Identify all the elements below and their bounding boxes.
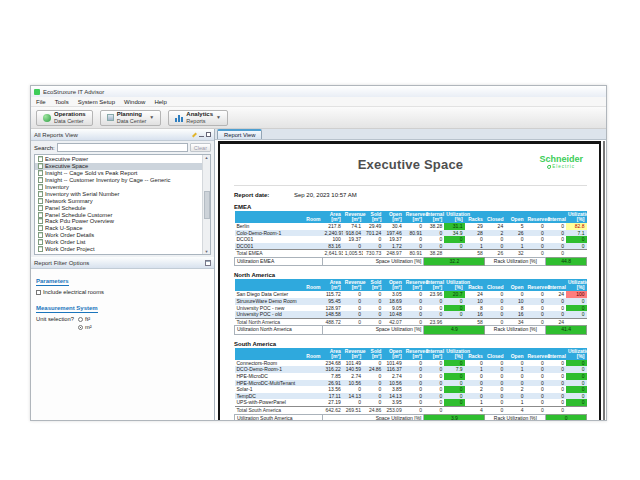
dropdown-caret-icon[interactable]: ▼ xyxy=(216,115,221,120)
menu-system-setup[interactable]: System Setup xyxy=(78,99,115,105)
search-label: Search: xyxy=(34,145,55,151)
menu-window[interactable]: Window xyxy=(124,99,145,105)
clear-button[interactable]: Clear xyxy=(190,143,211,152)
value-cell: 0 xyxy=(404,373,424,380)
dropdown-caret-icon[interactable]: ▼ xyxy=(149,115,154,120)
value-cell: 115.72 xyxy=(323,291,343,298)
value-cell: 0 xyxy=(525,366,545,373)
space-utilization-bar-label: Space Utilization [%] xyxy=(323,257,424,265)
include-electrical-rooms-label: Include electrical rooms xyxy=(43,289,104,295)
rack-utilization-cell: 0 xyxy=(566,298,586,305)
value-cell: 0 xyxy=(546,373,566,380)
value-cell: 0 xyxy=(343,305,363,312)
table-row: StruxureWare Demo Room95.450018.69000100… xyxy=(235,298,587,305)
tree-item-panel-schedule-customer[interactable]: Panel Schedule Customer xyxy=(35,211,202,218)
scroll-thumb[interactable] xyxy=(204,191,210,219)
value-cell: 0 xyxy=(424,399,444,406)
table-emea: RoomArea[m²]Revenue[m²]Sold[m²]Open[m²]R… xyxy=(234,211,587,266)
table-north-america: RoomArea[m²]Revenue[m²]Sold[m²]Open[m²]R… xyxy=(234,279,587,334)
pin-icon[interactable] xyxy=(191,132,197,138)
value-cell: 0 xyxy=(546,230,566,237)
space-utilization-bar: 4.9 xyxy=(424,326,485,334)
tree-item-work-order-project[interactable]: Work Order Project xyxy=(35,246,202,253)
analytics-button[interactable]: AnalyticsReports▼ xyxy=(168,110,228,126)
table-row: HPE-MicroDC7.852.7402.74000000000 xyxy=(235,373,587,380)
value-cell: 0 xyxy=(424,236,444,243)
report-viewport[interactable]: Executive Space Schneider Electric Repor… xyxy=(215,140,606,420)
report-doc-icon xyxy=(38,198,43,204)
col-header-open: Open xyxy=(505,279,525,291)
menu-help[interactable]: Help xyxy=(154,99,166,105)
value-cell: 14.13 xyxy=(383,393,403,400)
value-cell: 0 xyxy=(465,360,485,367)
tree-item-rack-pdu-power-overview[interactable]: Rack Pdu Power Overview xyxy=(35,218,202,225)
unit-option-m[interactable]: m² xyxy=(78,324,92,330)
minimize-panel-icon[interactable] xyxy=(199,132,204,137)
float-panel-icon[interactable] xyxy=(206,132,211,137)
value-cell: 14.13 xyxy=(343,393,363,400)
value-cell: 0 xyxy=(343,298,363,305)
include-electrical-rooms-checkbox[interactable] xyxy=(36,290,41,295)
col-header-revenue-m: Revenue[m²] xyxy=(343,279,363,291)
tree-scrollbar[interactable]: ▲ ▼ xyxy=(202,155,210,254)
value-cell: 0 xyxy=(505,236,525,243)
radio-ft[interactable] xyxy=(78,317,83,322)
value-cell: 2 xyxy=(465,386,485,393)
tree-item-work-order-details[interactable]: Work Order Details xyxy=(35,232,202,239)
value-cell: 83.16 xyxy=(323,243,343,250)
col-header-closed: Closed xyxy=(485,211,505,223)
value-cell: 0 xyxy=(485,360,505,367)
value-cell: 0 xyxy=(404,243,424,250)
value-cell: 3.95 xyxy=(383,399,403,406)
value-cell: 0 xyxy=(485,318,505,326)
tree-item-panel-schedule[interactable]: Panel Schedule xyxy=(35,204,202,211)
report-title: Executive Space xyxy=(234,152,587,172)
value-cell: 26.91 xyxy=(323,380,343,387)
tree-item-inventory[interactable]: Inventory xyxy=(35,184,202,191)
section-north-america: North AmericaRoomArea[m²]Revenue[m²]Sold… xyxy=(234,272,587,334)
search-input[interactable] xyxy=(57,143,188,152)
value-cell: 0 xyxy=(525,311,545,318)
empty-cell xyxy=(444,406,464,414)
value-cell: 0 xyxy=(505,291,525,298)
tree-item-work-order-list[interactable]: Work Order List xyxy=(35,239,202,246)
value-cell: 26 xyxy=(505,230,525,237)
value-cell: 918.04 xyxy=(343,230,363,237)
unit-options: ft²m² xyxy=(78,316,92,330)
tree-item-insight-customer-inventory-by-cage-generic[interactable]: Insight -- Customer Inventory by Cage --… xyxy=(35,177,202,184)
filter-options-header[interactable]: Report Filter Options xyxy=(31,257,214,269)
filter-options-title: Report Filter Options xyxy=(34,260,89,266)
value-cell: 0 xyxy=(424,380,444,387)
menu-tools[interactable]: Tools xyxy=(55,99,69,105)
room-cell: Berlin xyxy=(235,223,323,230)
tree-item-rack-u-space[interactable]: Rack U-Space xyxy=(35,225,202,232)
tree-item-inventory-with-serial-number[interactable]: Inventory with Serial Number xyxy=(35,190,202,197)
value-cell: 0 xyxy=(363,311,383,318)
space-utilization-cell: 0 xyxy=(444,243,464,250)
value-cell: 27.19 xyxy=(323,399,343,406)
app-logo-icon xyxy=(34,89,40,95)
col-header-utilization: Utilization[%] xyxy=(566,348,586,360)
tab-report-view[interactable]: Report View xyxy=(217,129,262,139)
unit-option-ft[interactable]: ft² xyxy=(78,316,92,322)
menu-file[interactable]: File xyxy=(36,99,46,105)
tree-item-executive-power[interactable]: Executive Power xyxy=(35,156,202,163)
col-header-reserved: Reserved xyxy=(525,348,545,360)
tree-item-insight-cage-sold-vs-peak-report[interactable]: Insight -- Cage Sold vs Peak Report xyxy=(35,170,202,177)
radio-m[interactable] xyxy=(78,325,83,330)
scroll-down-icon[interactable]: ▼ xyxy=(205,249,209,254)
operations-button[interactable]: OperationsData Center xyxy=(36,110,93,126)
col-header-reserved-m: Reserved[m²] xyxy=(404,279,424,291)
planning-button[interactable]: PlanningData Center▼ xyxy=(100,110,162,126)
value-cell: 0 xyxy=(424,373,444,380)
value-cell: 116.37 xyxy=(383,366,403,373)
operations-icon xyxy=(43,114,51,122)
value-cell: 0 xyxy=(525,399,545,406)
report-options-icon[interactable] xyxy=(205,260,211,266)
section-south-america: South AmericaRoomArea[m²]Revenue[m²]Sold… xyxy=(234,341,587,420)
value-cell: 0 xyxy=(485,399,505,406)
tree-item-executive-space[interactable]: Executive Space xyxy=(35,163,202,170)
scroll-up-icon[interactable]: ▲ xyxy=(205,155,209,160)
report-doc-icon xyxy=(38,246,43,252)
tree-item-network-summary[interactable]: Network Summary xyxy=(35,197,202,204)
